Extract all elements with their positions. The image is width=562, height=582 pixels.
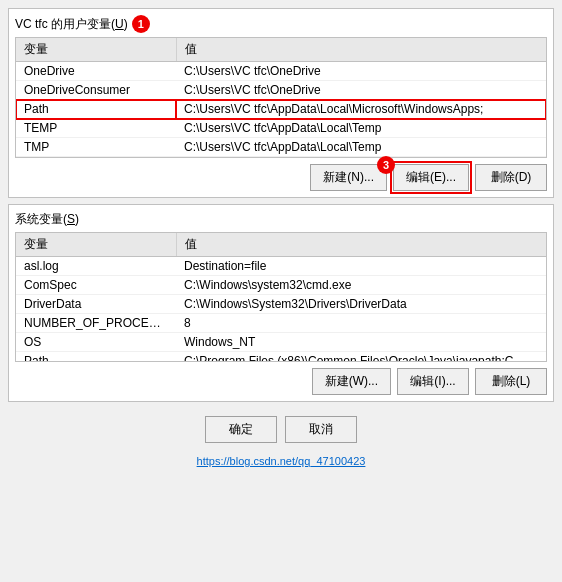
table-row[interactable]: ComSpecC:\Windows\system32\cmd.exe [16,276,546,295]
user-vars-section: VC tfc 的用户变量(U) 1 变量 值 OneDriveC:\Users\… [8,8,554,198]
var-cell: NUMBER_OF_PROCESSORS [16,314,176,333]
val-cell: C:\Users\VC tfc\OneDrive [176,81,546,100]
user-vars-tbody: OneDriveC:\Users\VC tfc\OneDriveOneDrive… [16,62,546,157]
sys-vars-button-row: 新建(W)... 编辑(I)... 删除(L) [15,368,547,395]
val-cell: Destination=file [176,257,546,276]
var-cell: Path [16,352,176,363]
val-cell: C:\Windows\system32\cmd.exe [176,276,546,295]
watermark: https://blog.csdn.net/qq_47100423 [8,453,554,469]
user-vars-col-val: 值 [176,38,546,62]
sys-vars-table: 变量 值 asl.logDestination=fileComSpecC:\Wi… [16,233,546,362]
val-cell: C:\Program Files (x86)\Common Files\Orac… [176,352,546,363]
user-vars-table-container: 变量 值 OneDriveC:\Users\VC tfc\OneDriveOne… [15,37,547,158]
edit-sys-btn[interactable]: 编辑(I)... [397,368,469,395]
val-cell: 8 [176,314,546,333]
sys-vars-table-container[interactable]: 变量 值 asl.logDestination=fileComSpecC:\Wi… [15,232,547,362]
edit-user-btn[interactable]: 编辑(E)... [393,164,469,191]
val-cell: C:\Users\VC tfc\AppData\Local\Temp [176,138,546,157]
table-row[interactable]: TMPC:\Users\VC tfc\AppData\Local\Temp [16,138,546,157]
ok-btn[interactable]: 确定 [205,416,277,443]
var-cell: DriverData [16,295,176,314]
val-cell: Windows_NT [176,333,546,352]
user-vars-header: VC tfc 的用户变量(U) 1 [15,15,547,33]
var-cell: Path [16,100,176,119]
delete-user-btn[interactable]: 删除(D) [475,164,547,191]
new-user-btn[interactable]: 新建(N)... [310,164,387,191]
user-vars-button-row: 新建(N)... 3 编辑(E)... 删除(D) [15,164,547,191]
cancel-btn[interactable]: 取消 [285,416,357,443]
val-cell: C:\Users\VC tfc\AppData\Local\Temp [176,119,546,138]
delete-sys-btn[interactable]: 删除(L) [475,368,547,395]
badge-3: 3 [377,156,395,174]
user-vars-table: 变量 值 OneDriveC:\Users\VC tfc\OneDriveOne… [16,38,546,157]
val-cell: C:\Users\VC tfc\OneDrive [176,62,546,81]
table-row[interactable]: DriverDataC:\Windows\System32\Drivers\Dr… [16,295,546,314]
sys-vars-header: 系统变量(S) [15,211,547,228]
table-row[interactable]: OSWindows_NT [16,333,546,352]
table-row[interactable]: asl.logDestination=file [16,257,546,276]
table-row[interactable]: PathC:\Program Files (x86)\Common Files\… [16,352,546,363]
user-vars-title: VC tfc 的用户变量(U) [15,16,128,33]
var-cell: asl.log [16,257,176,276]
table-row[interactable]: TEMPC:\Users\VC tfc\AppData\Local\Temp [16,119,546,138]
val-cell: C:\Users\VC tfc\AppData\Local\Microsoft\… [176,100,546,119]
new-sys-btn[interactable]: 新建(W)... [312,368,391,395]
sys-vars-section: 系统变量(S) 变量 值 asl.logDestination=fileComS… [8,204,554,402]
badge-1: 1 [132,15,150,33]
table-row[interactable]: OneDriveConsumerC:\Users\VC tfc\OneDrive [16,81,546,100]
sys-vars-col-var: 变量 [16,233,176,257]
table-row[interactable]: OneDriveC:\Users\VC tfc\OneDrive [16,62,546,81]
var-cell: OneDriveConsumer [16,81,176,100]
sys-vars-tbody: asl.logDestination=fileComSpecC:\Windows… [16,257,546,363]
bottom-buttons: 确定 取消 [8,412,554,447]
sys-vars-title: 系统变量(S) [15,211,79,228]
sys-vars-col-val: 值 [176,233,546,257]
user-vars-col-var: 变量 [16,38,176,62]
main-container: VC tfc 的用户变量(U) 1 变量 值 OneDriveC:\Users\… [0,0,562,477]
val-cell: C:\Windows\System32\Drivers\DriverData [176,295,546,314]
var-cell: ComSpec [16,276,176,295]
table-row[interactable]: PathC:\Users\VC tfc\AppData\Local\Micros… [16,100,546,119]
var-cell: OS [16,333,176,352]
var-cell: TEMP [16,119,176,138]
var-cell: OneDrive [16,62,176,81]
var-cell: TMP [16,138,176,157]
table-row[interactable]: NUMBER_OF_PROCESSORS8 [16,314,546,333]
user-vars-header-row: 变量 值 [16,38,546,62]
sys-vars-header-row: 变量 值 [16,233,546,257]
